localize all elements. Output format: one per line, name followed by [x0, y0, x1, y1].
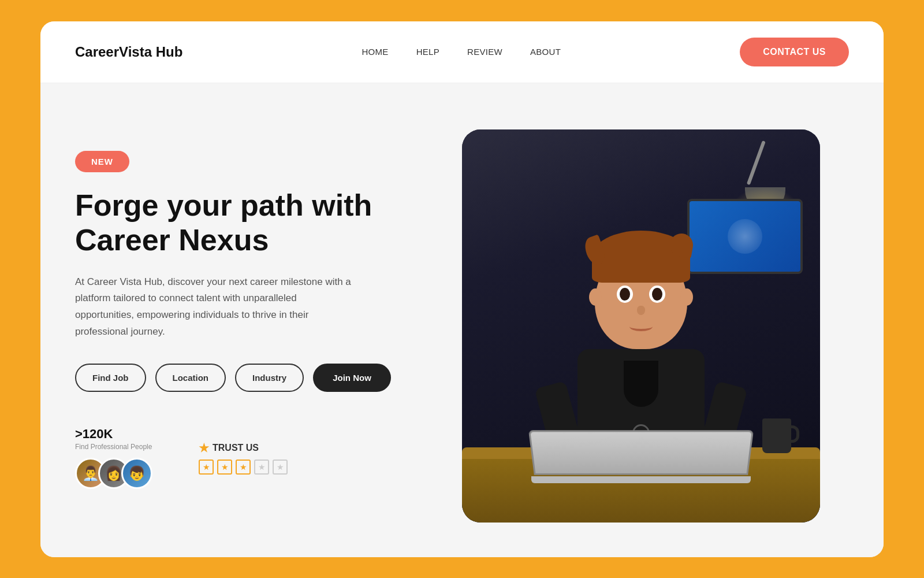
navbar: CareerVista Hub HOME HELP REVIEW ABOUT C…	[40, 21, 884, 83]
nav-item-help[interactable]: HELP	[416, 47, 439, 57]
monitor-screen	[690, 201, 800, 272]
trust-text: TRUST US	[213, 443, 259, 453]
monitor-light	[728, 219, 762, 254]
star-3: ★	[236, 460, 251, 475]
star-1: ★	[199, 460, 214, 475]
nav-item-about[interactable]: ABOUT	[530, 47, 561, 57]
pupil-right	[652, 288, 662, 301]
pupil-left	[620, 288, 630, 301]
mug	[762, 418, 791, 453]
action-buttons: Find Job Location Industry Join Now	[75, 364, 398, 392]
star-4: ★	[254, 460, 269, 475]
nav-links: HOME HELP REVIEW ABOUT	[362, 47, 561, 57]
nav-link-review[interactable]: REVIEW	[467, 47, 502, 57]
laptop	[531, 430, 751, 483]
eyes	[595, 286, 687, 303]
lamp-arm	[747, 140, 766, 184]
eye-right	[649, 286, 665, 303]
join-now-button[interactable]: Join Now	[313, 364, 391, 392]
hero-title: Forge your path with Career Nexus	[75, 188, 398, 258]
mouth	[629, 322, 653, 331]
nav-link-help[interactable]: HELP	[416, 47, 439, 57]
nav-item-home[interactable]: HOME	[362, 47, 388, 57]
avatar-3: 👦	[121, 458, 152, 489]
trust-label: ★ TRUST US	[199, 441, 259, 455]
find-job-button[interactable]: Find Job	[75, 364, 146, 392]
hero-title-line2: Career Nexus	[75, 223, 269, 257]
trust-star-icon: ★	[199, 441, 209, 455]
location-button[interactable]: Location	[155, 364, 226, 392]
star-2: ★	[217, 460, 232, 475]
stars-row: ★ ★ ★ ★ ★	[199, 460, 288, 475]
hero-title-line1: Forge your path with	[75, 188, 372, 222]
logo: CareerVista Hub	[75, 44, 182, 60]
desk	[462, 447, 820, 523]
new-badge: NEW	[75, 151, 129, 172]
stat-label: Find Professional People	[75, 443, 152, 451]
hero-image	[462, 129, 820, 523]
main-container: CareerVista Hub HOME HELP REVIEW ABOUT C…	[40, 21, 884, 557]
contact-us-button[interactable]: CONTACT US	[740, 38, 849, 66]
trust-section: ★ TRUST US ★ ★ ★ ★ ★	[199, 441, 288, 475]
people-stat: >120K Find Professional People 👨‍💼 👩 👦	[75, 427, 152, 489]
monitor	[687, 199, 803, 274]
nav-link-home[interactable]: HOME	[362, 47, 388, 57]
mug-body	[762, 418, 791, 453]
mug-handle	[790, 425, 799, 443]
left-panel: NEW Forge your path with Career Nexus At…	[75, 151, 410, 501]
nose	[637, 306, 645, 315]
laptop-screen	[528, 430, 754, 475]
hero-description: At Career Vista Hub, discover your next …	[75, 274, 352, 341]
industry-button[interactable]: Industry	[235, 364, 304, 392]
eye-left	[617, 286, 633, 303]
right-panel	[433, 129, 849, 523]
hair	[592, 231, 690, 283]
nav-link-about[interactable]: ABOUT	[530, 47, 561, 57]
star-5: ★	[273, 460, 288, 475]
main-content: NEW Forge your path with Career Nexus At…	[40, 83, 884, 557]
nav-item-review[interactable]: REVIEW	[467, 47, 502, 57]
bottom-stats: >120K Find Professional People 👨‍💼 👩 👦 ★…	[75, 427, 398, 501]
laptop-base	[531, 476, 751, 483]
stat-number: >120K	[75, 427, 152, 442]
avatars-group: 👨‍💼 👩 👦	[75, 458, 152, 489]
